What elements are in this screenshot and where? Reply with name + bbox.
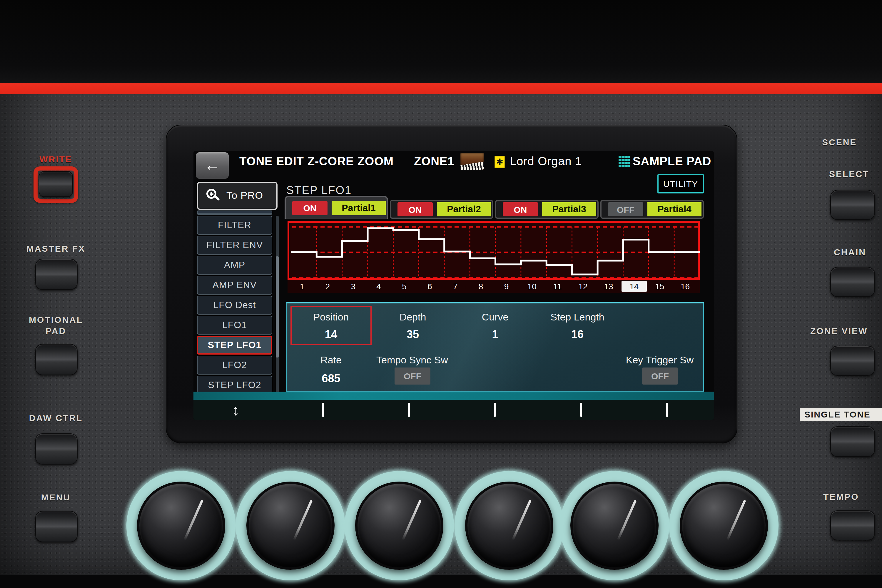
- sidebar-list: FILTERFILTER ENVAMPAMP ENVLFO DestLFO1ST…: [197, 216, 272, 394]
- step-number-4[interactable]: 4: [366, 281, 392, 292]
- key-trigger-label: Key Trigger Sw: [626, 355, 694, 366]
- step-lfo-graph[interactable]: 12345678910111213141516: [288, 221, 700, 293]
- chain-button[interactable]: [830, 267, 875, 297]
- function-knob-5[interactable]: [570, 482, 658, 570]
- daw-ctrl-button[interactable]: [35, 434, 78, 465]
- partial-label: Partial2: [437, 202, 491, 216]
- screen-bezel: ← TONE EDIT Z-CORE ZOOM ZONE1 ✱ Lord Org…: [166, 124, 737, 443]
- sidebar-item-filter-env[interactable]: FILTER ENV: [197, 236, 272, 255]
- zone-indicator[interactable]: ZONE1: [414, 154, 454, 168]
- function-key-divider: [408, 403, 410, 417]
- step-number-14[interactable]: 14: [621, 281, 647, 292]
- step-number-16[interactable]: 16: [672, 281, 698, 292]
- knob-glow-ring: [454, 471, 564, 580]
- sidebar-item-lfo1[interactable]: LFO1: [197, 316, 272, 334]
- top-housing: [0, 0, 882, 94]
- function-knob-6[interactable]: [680, 482, 768, 570]
- rate-label: Rate: [321, 355, 342, 366]
- zone-view-button[interactable]: [830, 346, 875, 376]
- step-number-10[interactable]: 10: [519, 281, 545, 292]
- chain-label: CHAIN: [834, 247, 882, 257]
- tone-edited-badge-icon: ✱: [495, 156, 505, 168]
- function-knob-1[interactable]: [137, 482, 225, 570]
- to-pro-button[interactable]: To PRO: [197, 182, 278, 210]
- tone-name[interactable]: Lord Organ 1: [510, 154, 582, 168]
- function-knob-4[interactable]: [465, 482, 553, 570]
- function-knob-3[interactable]: [355, 482, 443, 570]
- tab-partial3[interactable]: ONPartial3: [495, 200, 598, 219]
- depth-label: Depth: [399, 312, 426, 323]
- menu-label: MENU: [24, 492, 88, 502]
- step-number-5[interactable]: 5: [392, 281, 417, 292]
- knob-glow-ring: [560, 471, 669, 580]
- step-number-row: 12345678910111213141516: [289, 281, 698, 292]
- sidebar-item-amp[interactable]: AMP: [197, 256, 272, 274]
- single-tone-button[interactable]: [830, 426, 875, 457]
- step-number-8[interactable]: 8: [468, 281, 494, 292]
- function-key-divider: [666, 403, 668, 417]
- write-button[interactable]: [39, 171, 73, 197]
- select-label: SELECT: [829, 169, 882, 179]
- sidebar-item-filter[interactable]: FILTER: [197, 216, 272, 235]
- step-length-label: Step Length: [550, 312, 604, 323]
- step-number-11[interactable]: 11: [545, 281, 570, 292]
- rate-value[interactable]: 685: [322, 372, 340, 385]
- curve-value[interactable]: 1: [492, 328, 498, 341]
- step-number-13[interactable]: 13: [596, 281, 621, 292]
- to-pro-label: To PRO: [226, 190, 263, 202]
- sample-pad-label[interactable]: SAMPLE PAD: [633, 154, 711, 168]
- sidebar-item-lfo2[interactable]: LFO2: [197, 356, 272, 375]
- bottom-housing: [0, 575, 882, 588]
- sidebar-item-step-lfo1[interactable]: STEP LFO1: [197, 336, 272, 355]
- motional-pad-label-line2: PAD: [18, 326, 94, 336]
- step-number-1[interactable]: 1: [289, 281, 315, 292]
- motional-pad-button[interactable]: [35, 344, 78, 375]
- curve-label: Curve: [482, 312, 508, 323]
- partial-label: Partial3: [542, 202, 596, 216]
- step-number-7[interactable]: 7: [442, 281, 468, 292]
- partial-switch-badge[interactable]: ON: [398, 202, 433, 216]
- tempo-sync-switch[interactable]: OFF: [394, 368, 430, 384]
- step-number-9[interactable]: 9: [494, 281, 519, 292]
- sidebar-scrollbar[interactable]: [276, 216, 279, 394]
- function-knob-2[interactable]: [246, 482, 334, 570]
- partial-label: Partial1: [332, 201, 386, 215]
- organ-thumbnail: [460, 153, 484, 170]
- zoom-plus-icon: [206, 189, 220, 203]
- scroll-updown-icon[interactable]: ↕: [228, 402, 244, 418]
- step-number-12[interactable]: 12: [570, 281, 596, 292]
- panel-edge-strip: [194, 392, 714, 400]
- key-trigger-switch[interactable]: OFF: [642, 368, 678, 384]
- synth-front-panel: WRITE MASTER FX MOTIONAL PAD DAW CTRL ME…: [0, 0, 882, 588]
- tab-partial4[interactable]: OFFPartial4: [600, 200, 704, 219]
- step-number-2[interactable]: 2: [315, 281, 340, 292]
- depth-value[interactable]: 35: [406, 328, 419, 341]
- partial-switch-badge[interactable]: OFF: [608, 202, 643, 216]
- back-button[interactable]: ←: [196, 152, 229, 179]
- daw-ctrl-label: DAW CTRL: [21, 413, 91, 423]
- scrollbar-thumb[interactable]: [276, 256, 279, 357]
- step-number-15[interactable]: 15: [647, 281, 672, 292]
- function-key-divider: [494, 403, 496, 417]
- partial-switch-badge[interactable]: ON: [292, 201, 327, 215]
- position-value[interactable]: 14: [325, 328, 337, 341]
- tempo-button[interactable]: [830, 510, 875, 540]
- partial-switch-badge[interactable]: ON: [503, 202, 538, 216]
- param-panel: Position 14 Depth 35 Curve 1 Step Length…: [286, 302, 704, 392]
- sidebar-item-clipped[interactable]: [197, 210, 272, 214]
- page-title: STEP LFO1: [286, 184, 352, 197]
- sidebar-item-lfo-dest[interactable]: LFO Dest: [197, 296, 272, 315]
- step-length-value[interactable]: 16: [571, 328, 584, 341]
- write-button-frame: [33, 166, 78, 203]
- sidebar-item-amp-env[interactable]: AMP ENV: [197, 276, 272, 295]
- select-button[interactable]: [830, 190, 875, 220]
- tab-partial1[interactable]: ONPartial1: [285, 196, 388, 219]
- master-fx-button[interactable]: [35, 259, 78, 290]
- menu-button[interactable]: [35, 511, 78, 542]
- write-label: WRITE: [24, 154, 88, 164]
- utility-button[interactable]: UTILITY: [657, 174, 704, 194]
- step-number-3[interactable]: 3: [340, 281, 366, 292]
- tab-partial2[interactable]: ONPartial2: [390, 200, 494, 219]
- step-number-6[interactable]: 6: [417, 281, 442, 292]
- zone-view-label: ZONE VIEW: [810, 326, 882, 336]
